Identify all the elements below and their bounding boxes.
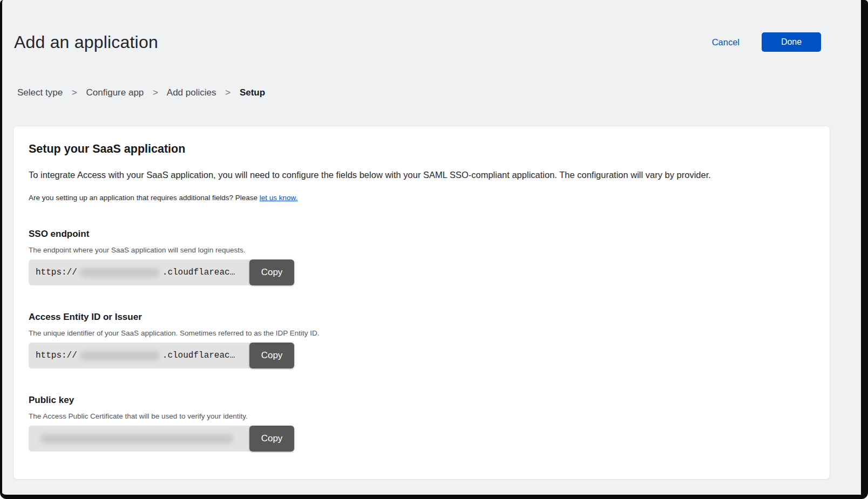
entity-id-copy-row: https://.cloudflareac… Copy xyxy=(29,343,294,368)
field-label: SSO endpoint xyxy=(29,229,815,240)
redacted-text xyxy=(80,351,160,360)
add-application-page: Add an application Cancel Done Select ty… xyxy=(2,31,861,480)
done-button[interactable]: Done xyxy=(762,32,821,52)
entity-id-value: https://.cloudflareac… xyxy=(29,343,253,368)
field-description: The endpoint where your SaaS application… xyxy=(29,246,815,254)
field-label: Public key xyxy=(29,395,815,406)
breadcrumb-separator: > xyxy=(225,87,230,98)
public-key-copy-button[interactable]: Copy xyxy=(249,426,294,452)
breadcrumb: Select type > Configure app > Add polici… xyxy=(17,87,861,98)
sso-endpoint-value: https://.cloudflareac… xyxy=(29,259,253,285)
breadcrumb-separator: > xyxy=(153,87,158,98)
breadcrumb-step-setup: Setup xyxy=(240,87,265,98)
page-header: Add an application Cancel Done xyxy=(14,31,821,53)
sso-endpoint-copy-button[interactable]: Copy xyxy=(249,259,294,285)
public-key-value xyxy=(29,426,253,452)
let-us-know-link[interactable]: let us know. xyxy=(260,194,298,202)
field-label: Access Entity ID or Issuer xyxy=(29,312,815,323)
field-description: The unique identifier of your SaaS appli… xyxy=(29,329,815,337)
field-access-entity-id: Access Entity ID or Issuer The unique id… xyxy=(29,312,815,368)
card-intro-text: To integrate Access with your SaaS appli… xyxy=(29,169,815,181)
page-title: Add an application xyxy=(14,31,158,53)
cancel-button[interactable]: Cancel xyxy=(712,37,740,47)
breadcrumb-step-select-type[interactable]: Select type xyxy=(17,87,63,98)
screenshot-frame: Add an application Cancel Done Select ty… xyxy=(0,0,868,499)
header-actions: Cancel Done xyxy=(712,32,821,52)
value-prefix: https:// xyxy=(36,268,77,277)
breadcrumb-separator: > xyxy=(72,87,77,98)
field-description: The Access Public Certificate that will … xyxy=(29,412,815,420)
redacted-text xyxy=(80,268,160,277)
public-key-copy-row: Copy xyxy=(29,426,294,452)
card-note: Are you setting up an application that r… xyxy=(29,194,815,202)
field-public-key: Public key The Access Public Certificate… xyxy=(29,395,815,452)
breadcrumb-step-configure-app[interactable]: Configure app xyxy=(86,87,144,98)
sso-endpoint-copy-row: https://.cloudflareac… Copy xyxy=(29,259,294,285)
redacted-text xyxy=(40,434,233,443)
value-suffix: .cloudflareac… xyxy=(162,351,235,360)
setup-card: Setup your SaaS application To integrate… xyxy=(13,126,830,480)
value-suffix: .cloudflareac… xyxy=(162,268,235,277)
field-sso-endpoint: SSO endpoint The endpoint where your Saa… xyxy=(29,229,815,285)
card-title: Setup your SaaS application xyxy=(29,142,815,156)
entity-id-copy-button[interactable]: Copy xyxy=(249,343,294,368)
value-prefix: https:// xyxy=(36,351,77,360)
breadcrumb-step-add-policies[interactable]: Add policies xyxy=(167,87,216,98)
note-text: Are you setting up an application that r… xyxy=(29,194,260,202)
